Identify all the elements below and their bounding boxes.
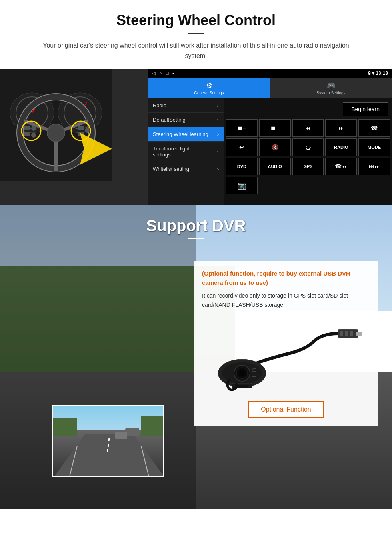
menu-tricoloured-label2: settings: [153, 152, 171, 158]
dvr-section: Support DVR: [0, 205, 392, 509]
tab-general-label: General Settings: [194, 91, 224, 95]
ctrl-radio[interactable]: RADIO: [325, 138, 357, 156]
svg-rect-21: [85, 128, 90, 133]
home-icon: ○: [159, 71, 162, 76]
vol-down-icon: ◼−: [271, 125, 279, 131]
svg-rect-36: [345, 331, 348, 336]
menu-default-arrow: ›: [217, 117, 219, 123]
dvr-optional-notice: (Optional function, require to buy exter…: [202, 269, 370, 287]
steering-wheel-image: [0, 69, 148, 205]
dvr-title: Support DVR: [16, 217, 376, 235]
prev-track-icon: ⏮: [305, 125, 311, 131]
svg-rect-19: [78, 126, 84, 130]
svg-rect-15: [24, 132, 30, 136]
back-icon: ◁: [152, 71, 155, 76]
tab-system-label: System Settings: [316, 91, 345, 95]
dvr-description: It can record video only to storage in G…: [202, 291, 370, 309]
svg-line-45: [252, 371, 256, 372]
dvr-camera-image-area: [202, 315, 370, 395]
ctrl-phone[interactable]: ☎: [358, 119, 390, 137]
ctrl-power[interactable]: ⏻: [292, 138, 324, 156]
svg-rect-35: [340, 331, 343, 336]
android-tabs: ⚙ General Settings 🎮 System Settings: [148, 78, 392, 98]
ctrl-mute[interactable]: 🔇: [259, 138, 291, 156]
svg-rect-30: [141, 416, 164, 436]
controls-grid: ◼+ ◼− ⏮ ⏭ ☎ ↩ 🔇 ⏻ RADIO MODE DVD AUDIO G…: [226, 119, 390, 194]
mode-label: MODE: [368, 145, 381, 150]
menu-item-radio[interactable]: Radio ›: [148, 98, 224, 113]
ctrl-back[interactable]: ↩: [226, 138, 258, 156]
dvr-camera-screenshot: [52, 405, 164, 477]
radio-label: RADIO: [334, 145, 348, 150]
android-panel: ◁ ○ □ ▪ 9 ▾ 13:13 ⚙ General Settings 🎮 S…: [148, 69, 392, 205]
dvr-title-divider: [188, 238, 204, 239]
svg-rect-14: [24, 126, 30, 130]
dvr-info-box: (Optional function, require to buy exter…: [194, 261, 378, 426]
menu-whitelist-arrow: ›: [217, 166, 219, 172]
ctrl-mode[interactable]: MODE: [358, 138, 390, 156]
steering-section: Steering Wheel Control Your original car…: [0, 0, 392, 61]
tab-general-settings[interactable]: ⚙ General Settings: [148, 78, 270, 98]
menu-whitelist-label: Whitelist setting: [153, 166, 189, 172]
next-track-icon: ⏭: [338, 125, 344, 131]
camera-icon: 📷: [237, 181, 246, 190]
svg-rect-34: [356, 332, 362, 336]
steering-subtitle: Your original car's steering wheel contr…: [36, 40, 356, 61]
menu-tricoloured-arrow: ›: [217, 149, 219, 155]
begin-learn-button[interactable]: Begin learn: [343, 102, 388, 116]
ctrl-phone-prev[interactable]: ☎⏮: [325, 158, 357, 175]
mute-icon: 🔇: [272, 144, 278, 150]
menu-steering-label: Steering Wheel learning: [153, 131, 208, 137]
settings-gear-icon: ⚙: [206, 81, 212, 90]
back-btn-icon: ↩: [239, 144, 244, 150]
optional-function-button[interactable]: Optional Function: [248, 401, 324, 418]
phone-prev-icon: ☎⏮: [335, 163, 347, 170]
svg-point-43: [239, 370, 245, 376]
svg-line-47: [252, 376, 256, 377]
ctrl-vol-up[interactable]: ◼+: [226, 119, 258, 137]
svg-rect-17: [31, 133, 36, 138]
dvr-title-area: Support DVR: [0, 205, 392, 245]
dvr-road-svg: [53, 406, 164, 477]
dvr-camera-svg: [210, 317, 362, 393]
dvr-screenshot-inner: [53, 406, 163, 476]
page-title: Steering Wheel Control: [16, 12, 376, 29]
svg-point-12: [47, 124, 65, 142]
menu-item-whitelist[interactable]: Whitelist setting ›: [148, 162, 224, 176]
svg-rect-37: [350, 331, 353, 336]
ctrl-gps[interactable]: GPS: [292, 158, 324, 175]
gps-label: GPS: [303, 164, 312, 169]
menu-steering-arrow: ›: [217, 131, 219, 137]
steering-content-area: ◁ ○ □ ▪ 9 ▾ 13:13 ⚙ General Settings 🎮 S…: [0, 69, 392, 205]
recents-icon: □: [166, 71, 169, 76]
svg-rect-32: [115, 432, 127, 439]
ctrl-next-next[interactable]: ⏭⏭: [358, 158, 390, 175]
title-divider: [188, 33, 204, 34]
audio-label: AUDIO: [268, 164, 282, 169]
ctrl-audio[interactable]: AUDIO: [259, 158, 291, 175]
next-next-icon: ⏭⏭: [369, 163, 380, 170]
android-menu: Radio › DefaultSetting › Steering Wheel …: [148, 98, 224, 205]
statusbar-nav: ◁ ○ □ ▪: [152, 71, 174, 76]
dvd-label: DVD: [237, 164, 246, 169]
vol-up-icon: ◼+: [238, 125, 246, 131]
ctrl-camera[interactable]: 📷: [226, 177, 258, 194]
menu-item-steering-wheel[interactable]: Steering Wheel learning ›: [148, 127, 224, 142]
menu-icon: ▪: [172, 71, 174, 76]
android-body: Radio › DefaultSetting › Steering Wheel …: [148, 98, 392, 205]
ctrl-prev-track[interactable]: ⏮: [292, 119, 324, 137]
android-controls-panel: Begin learn ◼+ ◼− ⏮ ⏭ ☎ ↩ 🔇 ⏻ RADIO MODE: [224, 98, 392, 205]
ctrl-vol-down[interactable]: ◼−: [259, 119, 291, 137]
svg-rect-31: [125, 428, 139, 436]
menu-radio-arrow: ›: [217, 102, 219, 108]
menu-default-label: DefaultSetting: [153, 117, 186, 123]
steering-wheel-svg: [0, 69, 112, 181]
statusbar-time: 9 ▾ 13:13: [368, 70, 388, 76]
ctrl-dvd[interactable]: DVD: [226, 158, 258, 175]
tab-system-settings[interactable]: 🎮 System Settings: [270, 78, 392, 98]
menu-item-default-setting[interactable]: DefaultSetting ›: [148, 113, 224, 127]
ctrl-next-track[interactable]: ⏭: [325, 119, 357, 137]
menu-item-tricoloured[interactable]: Tricoloured light settings ›: [148, 142, 224, 162]
android-statusbar: ◁ ○ □ ▪ 9 ▾ 13:13: [148, 69, 392, 78]
power-icon: ⏻: [305, 144, 311, 150]
